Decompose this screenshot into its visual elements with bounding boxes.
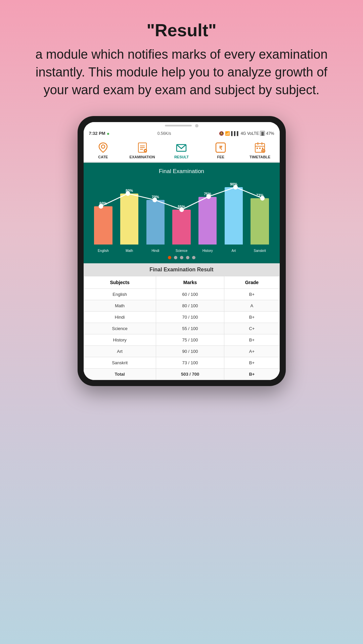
nav-item-examination[interactable]: EXAMINATION bbox=[123, 138, 162, 162]
phone-frame: 7:32 PM ● 0.56K/s 🔕 📶 ▌▌▌ 4G VoLTE ▓ 47% bbox=[78, 116, 286, 386]
svg-text:⏱: ⏱ bbox=[262, 149, 265, 153]
status-network-speed: 0.56K/s bbox=[157, 131, 171, 136]
label-sanskrit: Sanskrit bbox=[247, 249, 273, 253]
label-math: Math bbox=[116, 249, 142, 253]
table-row: Total503 / 700B+ bbox=[84, 368, 279, 380]
status-bar: 7:32 PM ● 0.56K/s 🔕 📶 ▌▌▌ 4G VoLTE ▓ 47% bbox=[84, 129, 280, 138]
nav-label-timetable: TIMETABLE bbox=[249, 155, 270, 159]
status-time: 7:32 PM ● bbox=[89, 131, 110, 136]
cell-marks: 73 / 100 bbox=[156, 357, 224, 368]
cell-marks: 55 / 100 bbox=[156, 323, 224, 334]
chart-pagination-dots bbox=[88, 256, 276, 259]
cell-subject: Math bbox=[84, 300, 156, 311]
table-row: Math80 / 100A bbox=[84, 300, 279, 311]
phone-screen: 7:32 PM ● 0.56K/s 🔕 📶 ▌▌▌ 4G VoLTE ▓ 47% bbox=[84, 122, 280, 380]
phone-mockup: 7:32 PM ● 0.56K/s 🔕 📶 ▌▌▌ 4G VoLTE ▓ 47% bbox=[0, 116, 363, 386]
table-row: History75 / 100B+ bbox=[84, 334, 279, 345]
table-row: Science55 / 100C+ bbox=[84, 323, 279, 334]
label-science: Science bbox=[169, 249, 195, 253]
dot-3[interactable] bbox=[180, 256, 183, 259]
cell-grade: B+ bbox=[224, 368, 279, 380]
dot-1[interactable] bbox=[168, 256, 171, 259]
cell-subject: Science bbox=[84, 323, 156, 334]
cell-marks: 60 / 100 bbox=[156, 288, 224, 300]
table-row: Hindi70 / 100B+ bbox=[84, 311, 279, 323]
front-camera bbox=[195, 124, 198, 127]
cell-marks: 75 / 100 bbox=[156, 334, 224, 345]
nav-item-timetable[interactable]: ⏱ TIMETABLE bbox=[240, 138, 280, 162]
table-row: Art90 / 100A+ bbox=[84, 345, 279, 357]
cell-grade: A+ bbox=[224, 345, 279, 357]
bar-chart: 60% 80% 70% bbox=[88, 179, 276, 253]
bar-science: 55% bbox=[169, 181, 195, 245]
cell-grade: B+ bbox=[224, 311, 279, 323]
dot-4[interactable] bbox=[186, 256, 189, 259]
col-subjects: Subjects bbox=[84, 276, 156, 288]
bar-math: 80% bbox=[116, 181, 142, 245]
label-history: History bbox=[194, 249, 221, 253]
svg-rect-15 bbox=[257, 148, 258, 149]
label-english: English bbox=[90, 249, 117, 253]
fee-rupee-icon: ₹ bbox=[215, 142, 227, 154]
result-section-title: Final Examination Result bbox=[84, 263, 280, 276]
phone-top-bar bbox=[84, 122, 280, 129]
bar-art: 90% bbox=[221, 181, 247, 245]
cell-grade: B+ bbox=[224, 334, 279, 345]
cell-marks: 503 / 700 bbox=[156, 368, 224, 380]
battery-pct: 47% bbox=[266, 131, 274, 136]
cell-subject: History bbox=[84, 334, 156, 345]
nav-label-cate: CATE bbox=[98, 155, 108, 159]
nav-item-fee[interactable]: ₹ FEE bbox=[201, 138, 240, 162]
cell-marks: 70 / 100 bbox=[156, 311, 224, 323]
result-section: Final Examination Result Subjects Marks … bbox=[84, 263, 280, 380]
battery-icon: ▓ bbox=[260, 131, 265, 136]
cell-grade: A bbox=[224, 300, 279, 311]
volte-label: 4G VoLTE bbox=[241, 131, 259, 136]
label-art: Art bbox=[221, 249, 247, 253]
cell-subject: Art bbox=[84, 345, 156, 357]
exam-icon bbox=[136, 142, 148, 154]
nav-item-result[interactable]: RESULT bbox=[162, 138, 201, 162]
signal-bars: ▌▌▌ bbox=[231, 131, 240, 136]
col-grade: Grade bbox=[224, 276, 279, 288]
timetable-calendar-icon: ⏱ bbox=[254, 142, 266, 154]
cell-grade: C+ bbox=[224, 323, 279, 334]
cell-subject: Hindi bbox=[84, 311, 156, 323]
bar-sanskrit: 73% bbox=[247, 181, 273, 245]
svg-text:₹: ₹ bbox=[219, 145, 223, 151]
status-icons: 🔕 📶 ▌▌▌ 4G VoLTE ▓ 47% bbox=[219, 131, 274, 136]
cell-marks: 80 / 100 bbox=[156, 300, 224, 311]
bar-english: 60% bbox=[90, 181, 117, 245]
cell-grade: B+ bbox=[224, 357, 279, 368]
cell-marks: 90 / 100 bbox=[156, 345, 224, 357]
label-hindi: Hindi bbox=[142, 249, 169, 253]
cell-grade: B+ bbox=[224, 288, 279, 300]
svg-point-0 bbox=[101, 145, 105, 148]
navigation-bar: CATE EXAMINATION bbox=[84, 138, 280, 163]
svg-rect-17 bbox=[262, 148, 263, 149]
page-title: "Result" bbox=[27, 20, 336, 40]
svg-rect-16 bbox=[259, 148, 261, 149]
cell-subject: English bbox=[84, 288, 156, 300]
nav-label-fee: FEE bbox=[217, 155, 224, 159]
chart-section: Final Examination 60% 80% bbox=[84, 163, 280, 263]
header-section: "Result" a module which notifies marks o… bbox=[0, 0, 363, 113]
result-table: Subjects Marks Grade English60 / 100B+Ma… bbox=[84, 276, 280, 380]
table-row: English60 / 100B+ bbox=[84, 288, 279, 300]
silent-icon: 🔕 bbox=[219, 131, 224, 136]
status-icon: ● bbox=[107, 131, 109, 136]
table-row: Sanskrit73 / 100B+ bbox=[84, 357, 279, 368]
page-description: a module which notifies marks of every e… bbox=[27, 46, 336, 99]
cell-subject: Total bbox=[84, 368, 156, 380]
cell-subject: Sanskrit bbox=[84, 357, 156, 368]
bar-history: 75% bbox=[194, 181, 221, 245]
speaker-bar bbox=[165, 125, 192, 126]
bar-hindi: 70% bbox=[142, 181, 169, 245]
chart-title: Final Examination bbox=[88, 168, 276, 175]
nav-item-cate[interactable]: CATE bbox=[84, 138, 123, 162]
col-marks: Marks bbox=[156, 276, 224, 288]
location-icon bbox=[97, 142, 109, 154]
dot-5[interactable] bbox=[192, 256, 195, 259]
dot-2[interactable] bbox=[174, 256, 177, 259]
chart-labels: English Math Hindi Science History Art S… bbox=[88, 249, 276, 253]
